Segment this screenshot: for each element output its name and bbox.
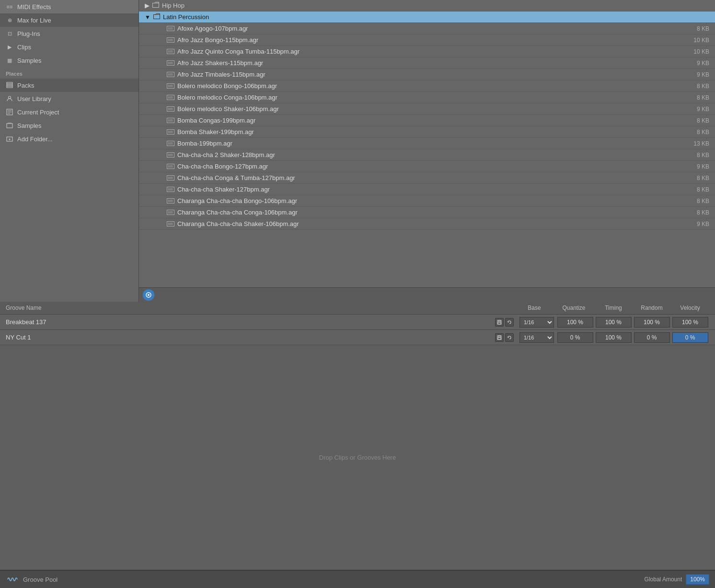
file-item[interactable]: Afro Jazz Quinto Conga Tumba-115bpm.agr … [139, 46, 715, 57]
svg-rect-18 [498, 322, 501, 324]
svg-rect-20 [498, 336, 500, 337]
groove-base-select-1[interactable]: 1/16 1/8 1/4 [519, 332, 554, 343]
header-quantize: Quantize [554, 305, 594, 311]
sidebar: ≡≡ MIDI Effects ⊕ Max for Live ⊡ Plug-In… [0, 0, 139, 302]
header-timing: Timing [594, 305, 633, 311]
file-size: 13 KB [685, 140, 709, 147]
folder-expand-arrow-icon: ▼ [145, 14, 150, 21]
file-item[interactable]: Bomba Shaker-199bpm.agr 8 KB [139, 126, 715, 138]
groove-row-nycut[interactable]: NY Cut 1 [0, 330, 715, 345]
folder-latin-percussion[interactable]: ▼ Latin Percussion [139, 11, 715, 23]
groove-save-btn[interactable] [495, 318, 504, 327]
groove-nycut-refresh-btn[interactable] [505, 333, 514, 342]
sidebar-item-label: Add Folder... [17, 136, 53, 143]
svg-rect-21 [498, 338, 501, 339]
file-item[interactable]: Cha-cha-cha 2 Shaker-128bpm.agr 8 KB [139, 149, 715, 161]
midi-effects-icon: ≡≡ [6, 3, 13, 11]
groove-pool-title: Groove Pool [23, 576, 58, 583]
audio-file-icon [167, 118, 174, 123]
file-status-bar [139, 287, 715, 302]
svg-point-15 [148, 294, 150, 296]
svg-rect-12 [153, 3, 159, 8]
groove-nycut-save-btn[interactable] [495, 333, 504, 342]
groove-base-cell-0[interactable]: 1/16 1/8 1/4 [518, 317, 556, 328]
file-name: Cha-cha-cha Conga & Tumba-127bpm.agr [177, 174, 682, 181]
file-name: Afoxe Agogo-107bpm.agr [177, 25, 682, 32]
drop-zone-label: Drop Clips or Grooves Here [319, 454, 396, 461]
groove-name-cell: Breakbeat 137 [6, 318, 495, 326]
sidebar-item-add-folder[interactable]: Add Folder... [0, 132, 138, 146]
audio-file-icon [167, 175, 174, 181]
sidebar-item-current-project[interactable]: Current Project [0, 105, 138, 119]
sidebar-item-label: Samples [17, 57, 42, 64]
file-size: 9 KB [685, 163, 709, 170]
audio-file-icon [167, 221, 174, 226]
svg-rect-13 [154, 15, 160, 19]
file-size: 8 KB [685, 83, 709, 90]
groove-refresh-btn[interactable] [505, 318, 514, 327]
file-item[interactable]: Afro Jazz Timbales-115bpm.agr 9 KB [139, 69, 715, 80]
sidebar-item-packs[interactable]: Packs [0, 79, 138, 92]
groove-quantize-value-0: 100 % [557, 317, 593, 328]
file-item[interactable]: Charanga Cha-cha-cha Conga-106bpm.agr 8 … [139, 207, 715, 218]
top-section: ≡≡ MIDI Effects ⊕ Max for Live ⊡ Plug-In… [0, 0, 715, 302]
file-size: 8 KB [685, 117, 709, 124]
file-item[interactable]: Bomba Congas-199bpm.agr 8 KB [139, 115, 715, 126]
file-item[interactable]: Bolero melodico Shaker-106bpm.agr 9 KB [139, 103, 715, 115]
folder-hip-hop[interactable]: ▶ Hip Hop [139, 0, 715, 11]
file-item[interactable]: Afro Jazz Bongo-115bpm.agr 10 KB [139, 34, 715, 46]
file-item[interactable]: Bomba-199bpm.agr 13 KB [139, 138, 715, 149]
groove-velocity-value-1: 0 % [672, 332, 708, 343]
sidebar-item-max-for-live[interactable]: ⊕ Max for Live [0, 13, 138, 27]
file-item[interactable]: Bolero melodico Conga-106bpm.agr 8 KB [139, 92, 715, 103]
file-size: 8 KB [685, 186, 709, 193]
sidebar-item-clips[interactable]: ▶ Clips [0, 40, 138, 54]
drop-zone: Drop Clips or Grooves Here [0, 345, 715, 570]
file-size: 10 KB [685, 37, 709, 44]
file-name: Afro Jazz Quinto Conga Tumba-115bpm.agr [177, 48, 682, 55]
file-size: 9 KB [685, 221, 709, 227]
file-name: Afro Jazz Timbales-115bpm.agr [177, 71, 682, 78]
file-item[interactable]: Cha-cha-cha Conga & Tumba-127bpm.agr 8 K… [139, 172, 715, 184]
groove-timing-cell-1: 100 % [594, 332, 633, 343]
file-name: Charanga Cha-cha-cha Conga-106bpm.agr [177, 209, 682, 216]
groove-base-cell-1[interactable]: 1/16 1/8 1/4 [518, 332, 556, 343]
file-item[interactable]: Afro Jazz Shakers-115bpm.agr 9 KB [139, 57, 715, 69]
folder-arrow-icon: ▶ [145, 2, 150, 9]
file-item[interactable]: Charanga Cha-cha-cha Bongo-106bpm.agr 8 … [139, 195, 715, 207]
sidebar-item-samples-nav[interactable]: ▦ Samples [0, 54, 138, 67]
file-size: 9 KB [685, 60, 709, 67]
groove-timing-value-1: 100 % [596, 332, 632, 343]
header-base: Base [515, 305, 554, 311]
groove-random-value-0: 100 % [634, 317, 670, 328]
sidebar-item-label: Clips [17, 44, 31, 51]
groove-name-breakbeat: Breakbeat 137 [6, 318, 46, 326]
file-item[interactable]: Cha-cha-cha Bongo-127bpm.agr 9 KB [139, 161, 715, 172]
sidebar-item-plug-ins[interactable]: ⊡ Plug-Ins [0, 27, 138, 40]
file-item[interactable]: Cha-cha-cha Shaker-127bpm.agr 8 KB [139, 184, 715, 195]
sidebar-item-samples-places[interactable]: Samples [0, 119, 138, 132]
sidebar-item-label: Max for Live [17, 17, 51, 24]
audio-file-icon [167, 37, 174, 43]
status-sync-icon[interactable] [143, 289, 154, 301]
file-item[interactable]: Charanga Cha-cha-cha Shaker-106bpm.agr 9… [139, 218, 715, 230]
global-amount-value[interactable]: 100% [686, 574, 709, 585]
file-item[interactable]: Afoxe Agogo-107bpm.agr 8 KB [139, 23, 715, 34]
file-name: Afro Jazz Shakers-115bpm.agr [177, 59, 682, 67]
sidebar-item-label: Current Project [17, 109, 59, 116]
current-project-icon [6, 108, 13, 116]
file-size: 8 KB [685, 198, 709, 204]
groove-name-nycut-cell: NY Cut 1 [6, 334, 495, 341]
groove-velocity-cell-1: 0 % [671, 332, 709, 343]
sidebar-item-user-library[interactable]: User Library [0, 92, 138, 105]
audio-file-icon [167, 187, 174, 192]
groove-base-select-0[interactable]: 1/16 1/8 1/4 [519, 317, 554, 328]
file-item[interactable]: Bolero melodico Bongo-106bpm.agr 8 KB [139, 80, 715, 92]
file-size: 8 KB [685, 25, 709, 32]
sidebar-item-midi-effects[interactable]: ≡≡ MIDI Effects [0, 0, 138, 13]
file-size: 8 KB [685, 209, 709, 216]
groove-row-breakbeat[interactable]: Breakbeat 137 [0, 315, 715, 330]
file-name: Bomba-199bpm.agr [177, 140, 682, 147]
clips-icon: ▶ [6, 43, 13, 51]
audio-file-icon [167, 164, 174, 169]
